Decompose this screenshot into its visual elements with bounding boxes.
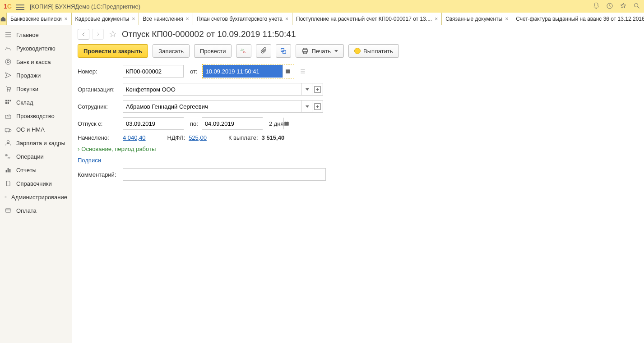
nav-operations[interactable]: ДтКтОперации bbox=[0, 150, 72, 163]
nav-payroll[interactable]: Зарплата и кадры bbox=[0, 136, 72, 150]
nav-purchases[interactable]: Покупки bbox=[0, 82, 72, 96]
tab-bar: Банковские выписки× Кадровые документы× … bbox=[0, 13, 644, 25]
svg-rect-7 bbox=[9, 100, 11, 101]
home-tab[interactable] bbox=[0, 13, 7, 25]
close-icon[interactable]: × bbox=[505, 16, 508, 22]
close-icon[interactable]: × bbox=[435, 16, 438, 22]
nav-warehouse[interactable]: Склад bbox=[0, 96, 72, 109]
open-icon[interactable] bbox=[312, 83, 323, 96]
sidebar: Главное Руководителю Банк и касса Продаж… bbox=[0, 25, 72, 343]
days-text: 2 дня bbox=[269, 120, 284, 127]
employee-input[interactable] bbox=[123, 101, 301, 112]
nav-production[interactable]: Производство bbox=[0, 109, 72, 123]
nav-bank[interactable]: Банк и касса bbox=[0, 55, 72, 69]
favorites-star-icon[interactable] bbox=[620, 2, 627, 11]
date-input[interactable] bbox=[203, 65, 283, 78]
svg-point-12 bbox=[8, 131, 9, 132]
calendar-icon[interactable] bbox=[283, 65, 293, 78]
nav-admin[interactable]: Администрирование bbox=[0, 190, 72, 204]
date-label: от: bbox=[190, 68, 198, 75]
svg-point-4 bbox=[9, 91, 10, 91]
logo-1c: 1С bbox=[4, 3, 12, 10]
svg-point-2 bbox=[5, 59, 11, 64]
back-button[interactable] bbox=[78, 29, 89, 40]
tab-item[interactable]: Кадровые документы× bbox=[72, 13, 139, 25]
close-icon[interactable]: × bbox=[132, 16, 135, 22]
org-label: Организация: bbox=[78, 86, 123, 93]
ndfl-value-link[interactable]: 525,00 bbox=[189, 134, 207, 141]
forward-button[interactable] bbox=[92, 29, 104, 40]
calendar-icon[interactable] bbox=[283, 118, 289, 129]
page-title: Отпуск КП00-000002 от 10.09.2019 11:50:4… bbox=[122, 29, 296, 39]
tab-item[interactable]: Все начисления× bbox=[139, 13, 193, 25]
org-input[interactable] bbox=[123, 83, 301, 95]
post-and-close-button[interactable]: Провести и закрыть bbox=[78, 44, 148, 58]
star-icon[interactable] bbox=[108, 30, 117, 39]
nav-assets[interactable]: ОС и НМА bbox=[0, 123, 72, 136]
tab-item[interactable]: Связанные документы× bbox=[442, 13, 512, 25]
accrued-value-link[interactable]: 4 040,40 bbox=[123, 134, 146, 141]
tab-item[interactable]: Счет-фактура выданный на аванс 36 от 13.… bbox=[512, 13, 644, 25]
svg-rect-18 bbox=[9, 169, 11, 172]
nav-main[interactable]: Главное bbox=[0, 28, 72, 41]
svg-point-1 bbox=[635, 3, 638, 7]
svg-text:Кт: Кт bbox=[243, 51, 246, 54]
history-icon[interactable] bbox=[606, 2, 613, 11]
to-pay-label: К выплате: bbox=[228, 134, 258, 141]
list-icon[interactable] bbox=[298, 66, 308, 76]
to-pay-value: 3 515,40 bbox=[262, 134, 285, 141]
create-based-button[interactable] bbox=[276, 44, 291, 58]
accrued-label: Начислено: bbox=[78, 134, 123, 141]
search-icon[interactable] bbox=[633, 2, 640, 11]
nav-payment[interactable]: Оплата bbox=[0, 204, 72, 217]
svg-rect-17 bbox=[8, 168, 9, 172]
comment-input[interactable] bbox=[123, 168, 326, 181]
dropdown-icon[interactable] bbox=[301, 83, 312, 95]
comment-label: Комментарий: bbox=[78, 171, 123, 178]
post-button[interactable]: Провести bbox=[194, 44, 232, 58]
employee-label: Сотрудник: bbox=[78, 103, 123, 110]
dt-kt-button[interactable]: ДтКт bbox=[236, 44, 251, 58]
nav-manager[interactable]: Руководителю bbox=[0, 41, 72, 55]
open-icon[interactable] bbox=[312, 100, 323, 113]
svg-rect-6 bbox=[8, 100, 9, 101]
dropdown-icon[interactable] bbox=[301, 101, 312, 112]
svg-point-3 bbox=[7, 91, 8, 91]
tab-item[interactable]: Поступление на расчетный счет КП00-00001… bbox=[292, 13, 442, 25]
svg-point-19 bbox=[5, 197, 6, 197]
svg-point-13 bbox=[7, 141, 9, 143]
app-title: [КОПИЯ] БУХНЯДемо (1С:Предприятие) bbox=[30, 3, 593, 10]
nav-reports[interactable]: Отчеты bbox=[0, 163, 72, 177]
close-icon[interactable]: × bbox=[186, 16, 189, 22]
chevron-right-icon[interactable]: › bbox=[78, 146, 79, 152]
close-icon[interactable]: × bbox=[285, 16, 288, 22]
tab-item[interactable]: Банковские выписки× bbox=[7, 13, 72, 25]
svg-rect-20 bbox=[5, 209, 11, 212]
chevron-down-icon bbox=[334, 50, 338, 52]
notifications-icon[interactable] bbox=[593, 2, 600, 11]
vacation-to-label: по: bbox=[190, 120, 198, 127]
close-icon[interactable]: × bbox=[65, 16, 68, 22]
title-bar: 1С [КОПИЯ] БУХНЯДемо (1С:Предприятие) bbox=[0, 0, 644, 13]
number-input[interactable] bbox=[123, 65, 184, 78]
svg-text:Кт: Кт bbox=[8, 156, 10, 159]
signatures-link[interactable]: Подписи bbox=[78, 157, 101, 164]
basis-link[interactable]: Основание, период работы bbox=[81, 146, 156, 152]
attach-button[interactable] bbox=[256, 44, 271, 58]
tab-item[interactable]: План счетов бухгалтерского учета× bbox=[193, 13, 292, 25]
nav-sales[interactable]: Продажи bbox=[0, 69, 72, 82]
main-menu-button[interactable] bbox=[16, 3, 24, 9]
save-button[interactable]: Записать bbox=[153, 44, 190, 58]
svg-rect-9 bbox=[8, 102, 9, 104]
print-button[interactable]: Печать bbox=[296, 44, 344, 58]
nav-directories[interactable]: Справочники bbox=[0, 177, 72, 190]
svg-rect-32 bbox=[284, 122, 288, 126]
toolbar: Провести и закрыть Записать Провести ДтК… bbox=[78, 44, 639, 58]
svg-text:Дт: Дт bbox=[241, 48, 244, 51]
number-label: Номер: bbox=[78, 68, 123, 75]
pay-button[interactable]: Выплатить bbox=[348, 44, 399, 58]
content-area: Отпуск КП00-000002 от 10.09.2019 11:50:4… bbox=[72, 25, 644, 343]
svg-rect-8 bbox=[5, 102, 7, 104]
svg-point-11 bbox=[6, 131, 7, 132]
svg-rect-28 bbox=[286, 70, 290, 73]
